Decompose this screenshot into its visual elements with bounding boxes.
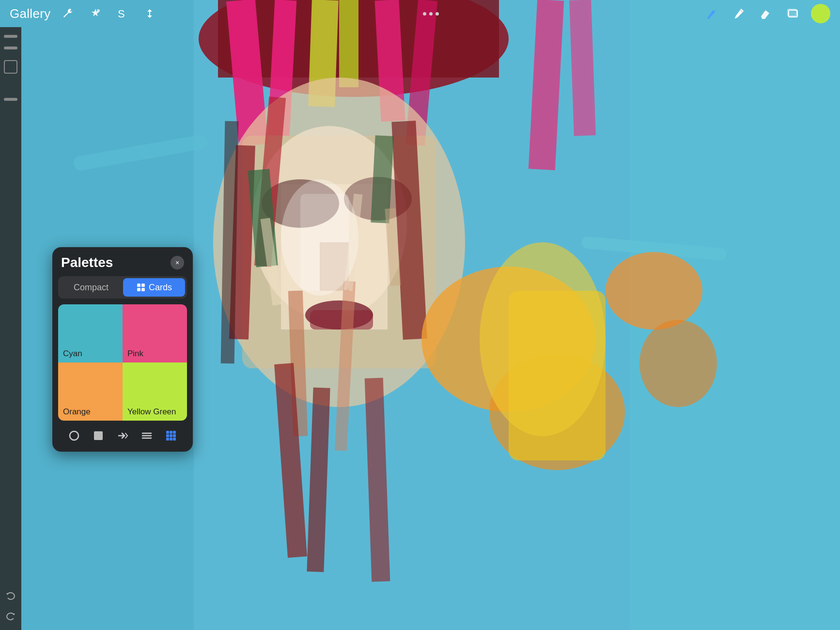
tab-switcher: Compact Cards (58, 276, 187, 299)
svg-rect-52 (141, 284, 145, 287)
svg-rect-66 (166, 438, 169, 441)
circle-icon[interactable] (66, 427, 82, 444)
smudge-tool[interactable]: S (113, 4, 132, 23)
opacity-slider[interactable] (4, 47, 17, 49)
swatch-orange[interactable]: Orange (58, 362, 123, 421)
svg-text:S: S (118, 8, 125, 20)
svg-rect-67 (170, 438, 172, 441)
swatch-orange-label: Orange (63, 407, 91, 417)
swatches-grid: Cyan Pink Orange Yellow Green (58, 304, 187, 421)
svg-point-28 (480, 242, 606, 436)
svg-rect-45 (300, 194, 349, 291)
gallery-button[interactable]: Gallery (10, 6, 50, 21)
svg-rect-51 (137, 284, 140, 287)
arrow-right-icon[interactable] (114, 427, 131, 444)
palette-bottom-icons (52, 421, 193, 444)
palettes-header: Palettes × (52, 247, 193, 276)
toolbar-right (702, 4, 830, 23)
compact-tab[interactable]: Compact (60, 278, 122, 297)
modify-tool[interactable] (86, 4, 105, 23)
svg-rect-53 (137, 288, 140, 291)
swatch-pink[interactable]: Pink (123, 304, 187, 362)
svg-rect-54 (141, 288, 145, 291)
swatch-cyan-label: Cyan (63, 349, 82, 359)
swatch-pink-label: Pink (127, 349, 143, 359)
slider3[interactable] (4, 98, 17, 101)
svg-rect-62 (173, 431, 176, 434)
svg-rect-56 (94, 431, 103, 440)
pen-icon[interactable] (702, 4, 721, 23)
wrench-tool[interactable] (59, 4, 78, 23)
svg-rect-68 (173, 438, 176, 441)
undo-button[interactable] (3, 588, 18, 604)
color-picker[interactable] (811, 4, 830, 23)
pencil-icon[interactable] (730, 4, 748, 23)
svg-point-55 (70, 431, 78, 440)
cards-tab-label: Cards (149, 283, 172, 293)
toolbar-center (423, 12, 439, 16)
palettes-panel: Palettes × Compact Cards Cyan Pink Orang… (52, 247, 193, 452)
eraser-icon[interactable] (757, 4, 775, 23)
svg-rect-61 (170, 431, 172, 434)
cards-tab[interactable]: Cards (123, 278, 185, 297)
svg-rect-65 (173, 434, 176, 437)
layers-icon[interactable] (784, 4, 802, 23)
svg-point-46 (97, 9, 100, 12)
lines-icon[interactable] (139, 427, 155, 444)
selection-tool[interactable] (4, 60, 17, 74)
top-toolbar: Gallery S (0, 0, 840, 27)
dot3 (436, 12, 439, 16)
dot2 (429, 12, 433, 16)
svg-rect-60 (166, 431, 169, 434)
palettes-close-button[interactable]: × (171, 256, 184, 269)
square-icon[interactable] (90, 427, 107, 444)
grid-dots-icon[interactable] (163, 427, 179, 444)
swatch-cyan[interactable]: Cyan (58, 304, 123, 362)
left-sidebar (0, 27, 21, 630)
transform-tool[interactable] (140, 4, 159, 23)
swatch-yellow-green[interactable]: Yellow Green (123, 362, 187, 421)
brush-size-slider[interactable] (4, 35, 17, 38)
svg-point-37 (639, 320, 717, 407)
svg-rect-50 (790, 11, 796, 16)
svg-point-36 (606, 252, 702, 330)
dot1 (423, 12, 426, 16)
toolbar-left: Gallery S (10, 4, 159, 23)
redo-button[interactable] (3, 609, 18, 624)
palettes-title: Palettes (61, 255, 113, 270)
swatch-yellow-green-label: Yellow Green (127, 407, 176, 417)
svg-rect-63 (166, 434, 169, 437)
svg-rect-64 (170, 434, 172, 437)
